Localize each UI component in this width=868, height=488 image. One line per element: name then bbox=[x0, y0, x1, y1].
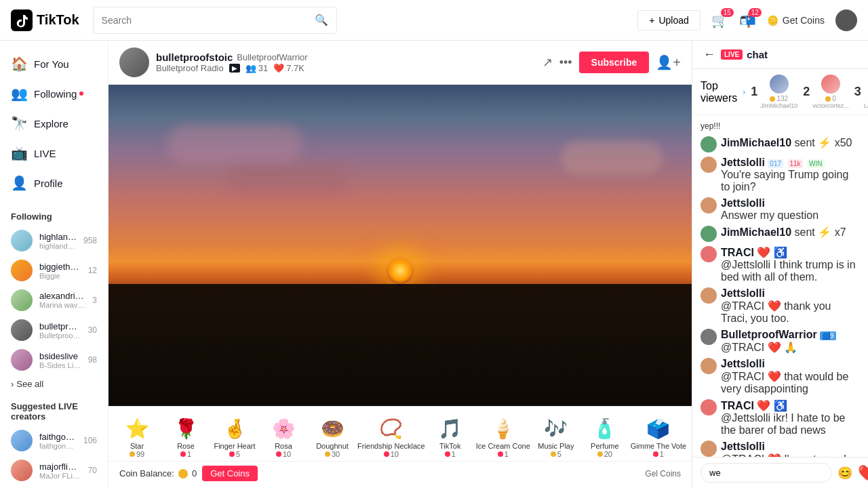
bsides-sub: B-Sides Live bbox=[39, 361, 81, 369]
search-icon[interactable]: 🔍 bbox=[315, 14, 328, 26]
user-avatar[interactable] bbox=[835, 9, 857, 31]
inbox-button[interactable]: 📬 12 bbox=[739, 12, 756, 28]
gift-tiktok[interactable]: 🎵 TikTok 1 bbox=[427, 412, 473, 461]
nav-item-for-you[interactable]: 🏠 For You bbox=[0, 49, 108, 79]
bsides-count: 98 bbox=[88, 355, 97, 365]
emoji-button[interactable]: 😊 bbox=[837, 466, 852, 481]
gift-vote[interactable]: 🗳️ Gimme The Vote 1 bbox=[631, 412, 686, 461]
jetts-badge-1c: WIN bbox=[807, 159, 824, 168]
major-name: majorflips919 bbox=[39, 462, 81, 472]
alex-name: alexandriama... bbox=[39, 291, 85, 301]
jetts-trump-text: You're saying Trump going to join? bbox=[721, 169, 848, 192]
rank-num-3: 3 bbox=[854, 85, 861, 99]
get-coins-small-button[interactable]: Get Coins bbox=[202, 466, 258, 481]
suggested-faith[interactable]: faithgonefishin faithgonefishin 106 bbox=[0, 426, 108, 455]
biggie-count: 12 bbox=[88, 266, 97, 275]
get-coins-button[interactable]: 🪙 Get Coins bbox=[767, 15, 825, 26]
add-user-button[interactable]: 👤+ bbox=[656, 54, 681, 70]
gift-star[interactable]: ⭐ Star 99 bbox=[114, 412, 160, 461]
nav-item-explore[interactable]: 🔭 Explore bbox=[0, 108, 108, 138]
finger-heart-cost: 5 bbox=[229, 450, 240, 458]
star-gift-cost: 99 bbox=[130, 450, 144, 458]
following-alex[interactable]: alexandriama... Marina waves 🍃 3 bbox=[0, 285, 108, 315]
nav-label-profile: Profile bbox=[34, 178, 63, 189]
friendship-name: Friendship Necklace bbox=[357, 442, 425, 450]
suggested-major[interactable]: majorflips919 MaJor FLiPs 70 bbox=[0, 455, 108, 485]
faith-info: faithgonefishin faithgonefishin bbox=[39, 432, 77, 450]
chat-input[interactable] bbox=[701, 463, 832, 483]
following-bsides[interactable]: bsideslive B-Sides Live 98 bbox=[0, 345, 108, 375]
upload-plus-icon: + bbox=[649, 15, 654, 26]
msg-yep-text: yep!!! bbox=[701, 121, 720, 131]
nav-label-explore: Explore bbox=[34, 118, 68, 129]
cloud-3 bbox=[225, 165, 347, 192]
main-layout: 🏠 For You 👥 Following 🔭 Explore 📺 LIVE 👤… bbox=[0, 41, 868, 488]
gift-doughnut[interactable]: 🍩 Doughnut 30 bbox=[309, 412, 355, 461]
jim-avatar-2 bbox=[701, 226, 717, 242]
gift-friendship[interactable]: 📿 Friendship Necklace 10 bbox=[358, 412, 425, 461]
coin-dot-rosa bbox=[276, 451, 281, 457]
jetts-believe-content: Jettslolli @TRACI ❤️ I'm not sure I beli… bbox=[721, 441, 860, 457]
gift-rose[interactable]: 🌹 Rose 1 bbox=[163, 412, 209, 461]
likes-stat: ❤️ 7.7K bbox=[273, 63, 304, 73]
nav-item-following[interactable]: 👥 Following bbox=[0, 79, 108, 108]
coin-dot-ic bbox=[498, 451, 503, 457]
clouds-layer bbox=[108, 117, 692, 277]
following-highland[interactable]: highland_cry... highland_crystal 958 bbox=[0, 226, 108, 256]
gift-finger-heart[interactable]: 🤞 Finger Heart 5 bbox=[212, 412, 258, 461]
followers-count: 31 bbox=[258, 63, 268, 73]
major-sub: MaJor FLiPs bbox=[39, 472, 81, 480]
biggie-name: biggiethephil... bbox=[39, 262, 81, 272]
friendship-icon: 📿 bbox=[379, 415, 403, 442]
chat-back-button[interactable]: ← bbox=[703, 47, 715, 62]
gift-perfume[interactable]: 🧴 Perfume 20 bbox=[582, 412, 628, 461]
traci-name-2: TRACI bbox=[721, 400, 757, 411]
msg-bullet-reply: BulletproofWarrior 🟦9 @TRACI ❤️ 🙏 bbox=[701, 329, 860, 354]
logo[interactable]: TikTok bbox=[11, 9, 79, 31]
upload-button[interactable]: + Upload bbox=[637, 10, 701, 30]
streamer-username[interactable]: bulletproofstoic bbox=[156, 52, 233, 63]
gift-ice-cream[interactable]: 🍦 Ice Cream Cone 1 bbox=[476, 412, 530, 461]
bsides-avatar bbox=[11, 349, 33, 371]
top-viewers-more[interactable]: › bbox=[743, 87, 745, 97]
ice-cream-icon: 🍦 bbox=[491, 415, 515, 442]
nav-item-live[interactable]: 📺 LIVE bbox=[0, 138, 108, 168]
music-name: Music Play bbox=[538, 442, 574, 450]
followers-icon: 👥 bbox=[245, 63, 256, 73]
alex-sub: Marina waves 🍃 bbox=[39, 301, 85, 310]
coin-bar: Coin Balance: 0 Get Coins Gel Coins bbox=[108, 461, 692, 485]
jetts-answer-content: Jettslolli Answer my question bbox=[721, 197, 860, 222]
more-button[interactable]: ••• bbox=[559, 56, 572, 70]
jetts-name-2: Jettslolli bbox=[721, 197, 765, 209]
viewer-count-1: 132 bbox=[776, 95, 788, 102]
nav-item-profile[interactable]: 👤 Profile bbox=[0, 168, 108, 198]
doughnut-name: Doughnut bbox=[316, 442, 349, 450]
gift-rosa[interactable]: 🌸 Rosa 10 bbox=[260, 412, 307, 461]
gift-music[interactable]: 🎶 Music Play 5 bbox=[533, 412, 579, 461]
search-bar[interactable]: 🔍 bbox=[93, 7, 337, 34]
coin-balance-label: Coin Balance: bbox=[119, 468, 174, 479]
see-all-button[interactable]: › See all bbox=[0, 375, 108, 393]
search-input[interactable] bbox=[102, 15, 309, 26]
star-gift-icon: ⭐ bbox=[125, 415, 149, 442]
jetts-avatar-5 bbox=[701, 441, 717, 457]
subscribe-button[interactable]: Subscribe bbox=[579, 52, 650, 73]
followers-stat: 👥 31 bbox=[245, 63, 268, 73]
jetts-avatar-4 bbox=[701, 358, 717, 374]
suggested-kyngleaf[interactable]: kyngleaf Kyngleaf 33 bbox=[0, 485, 108, 488]
bullet-sub: BulletproofWarrior bbox=[39, 331, 81, 340]
star-gift-name: Star bbox=[130, 442, 144, 450]
header-actions: ↗ ••• Subscribe 👤+ bbox=[542, 52, 681, 73]
heart-button[interactable]: ❤️ bbox=[858, 464, 868, 482]
jetts-avatar-3 bbox=[701, 287, 717, 304]
following-bullet[interactable]: bulletproofst... BulletproofWarrior 30 bbox=[0, 315, 108, 345]
bullet-badge: 🟦9 bbox=[820, 331, 836, 340]
following-biggie[interactable]: biggiethephil... Biggie 12 bbox=[0, 256, 108, 285]
cart-button[interactable]: 🛒 15 bbox=[711, 12, 728, 28]
share-button[interactable]: ↗ bbox=[542, 55, 553, 70]
coin-dot-pf bbox=[597, 451, 603, 457]
rosa-name: Rosa bbox=[275, 442, 292, 450]
sun bbox=[387, 257, 414, 284]
viewer-name-2: victorcortez... bbox=[812, 102, 849, 109]
tiktok-gift-cost: 1 bbox=[445, 450, 456, 458]
